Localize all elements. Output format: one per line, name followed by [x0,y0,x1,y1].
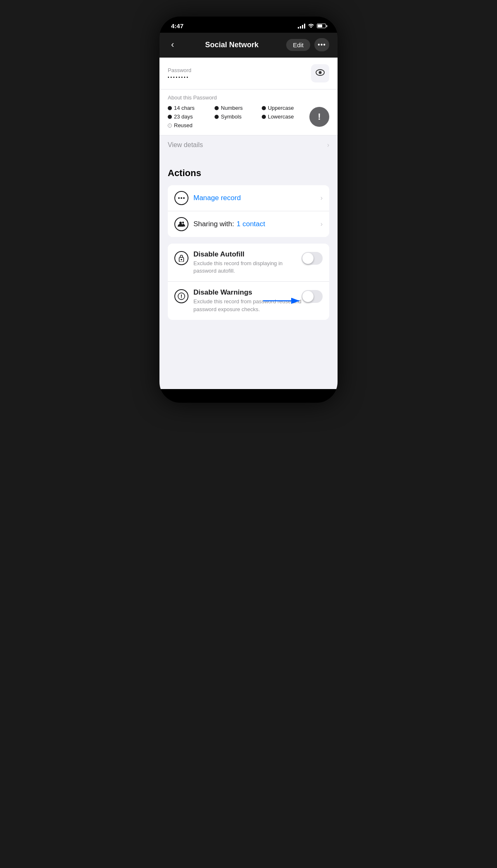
actions-section: Actions Manage record › [159,168,338,324]
status-time: 4:47 [171,22,183,29]
svg-point-11 [181,297,182,298]
nav-bar: ‹ Social Network Edit ••• [159,33,338,58]
sharing-row[interactable]: Sharing with: 1 contact › [168,211,329,237]
status-bar: 4:47 [159,17,338,33]
password-stats-grid: 14 chars Numbers Uppercase 23 days [168,105,305,128]
stat-symbols: Symbols [215,114,258,120]
chevron-right-icon: › [327,141,329,149]
manage-record-row[interactable]: Manage record › [168,185,329,211]
sharing-content: Sharing with: 1 contact [193,220,321,228]
password-dots: •••••••• [168,75,311,80]
stat-dot [262,106,266,110]
manage-record-content: Manage record [193,194,321,202]
toggle-section: Disable Autofill Exclude this record fro… [168,244,329,320]
reused-label: Reused [174,122,193,128]
svg-point-6 [182,222,184,223]
stat-reused: i Reused [168,122,211,128]
password-info-section: About this Password 14 chars Numbers Upp… [159,89,338,135]
password-field-label: Password [168,67,311,73]
stat-dot-outline: i [168,123,172,128]
actions-title: Actions [168,168,329,179]
about-password-label: About this Password [168,94,329,101]
stat-dot [215,115,219,119]
stat-dot [215,106,219,110]
more-button[interactable]: ••• [314,38,329,51]
stat-23days: 23 days [168,114,211,120]
warnings-description: Exclude this record from password reuse … [193,298,302,313]
password-stats-row: 14 chars Numbers Uppercase 23 days [168,105,329,128]
stat-label: Uppercase [268,105,294,111]
autofill-icon [174,251,188,265]
disable-warnings-row: Disable Warnings Exclude this record fro… [168,282,329,319]
sharing-static-label: Sharing with: [193,220,234,228]
manage-record-icon [174,191,188,205]
stat-label: Lowercase [268,114,294,120]
svg-point-1 [319,71,322,74]
svg-point-3 [181,197,182,199]
nav-actions: Edit ••• [286,38,329,51]
warnings-title: Disable Warnings [193,288,302,297]
sharing-chevron: › [321,220,323,228]
warnings-content: Disable Warnings Exclude this record fro… [193,288,302,313]
warnings-toggle[interactable] [302,290,323,303]
warnings-icon [174,289,188,303]
sharing-icon [174,217,188,231]
warning-icon: ! [318,111,321,122]
stat-lowercase: Lowercase [262,114,305,120]
autofill-toggle[interactable] [302,252,323,265]
warning-button[interactable]: ! [309,107,329,127]
stat-numbers: Numbers [215,105,258,111]
password-field-row: Password •••••••• [168,64,329,82]
toggle-knob [302,291,314,302]
view-details-label: View details [168,141,203,149]
stat-dot [262,115,266,119]
show-password-button[interactable] [311,64,329,82]
manage-record-chevron: › [321,194,323,202]
stat-label: 23 days [174,114,193,120]
disable-autofill-row: Disable Autofill Exclude this record fro… [168,244,329,282]
stat-label: Numbers [221,105,243,111]
password-section: Password •••••••• [159,58,338,89]
wifi-icon [308,23,314,29]
svg-point-8 [181,259,182,261]
stat-dot [168,106,172,110]
autofill-title: Disable Autofill [193,250,302,259]
svg-point-4 [183,197,185,199]
autofill-content: Disable Autofill Exclude this record fro… [193,250,302,275]
view-details-row[interactable]: View details › [159,135,338,155]
edit-button[interactable]: Edit [286,39,310,51]
battery-icon [317,24,326,28]
sharing-count: 1 contact [236,220,265,228]
main-content: Password •••••••• About this Password [159,58,338,389]
svg-point-2 [178,197,180,199]
phone-frame: 4:47 ‹ Social Network Edit ••• [159,17,338,403]
section-spacer [159,155,338,168]
stat-label: Symbols [221,114,241,120]
signal-bars-icon [298,24,305,29]
nav-title: Social Network [177,41,286,49]
autofill-description: Exclude this record from displaying in p… [193,260,302,275]
password-field: Password •••••••• [168,67,311,80]
stat-uppercase: Uppercase [262,105,305,111]
action-list: Manage record › [168,185,329,237]
toggle-knob [302,253,314,264]
eye-icon [315,69,325,78]
stat-14chars: 14 chars [168,105,211,111]
manage-record-label: Manage record [193,194,241,202]
back-button[interactable]: ‹ [168,38,177,52]
status-icons [298,23,326,29]
stat-dot [168,115,172,119]
stat-label: 14 chars [174,105,195,111]
